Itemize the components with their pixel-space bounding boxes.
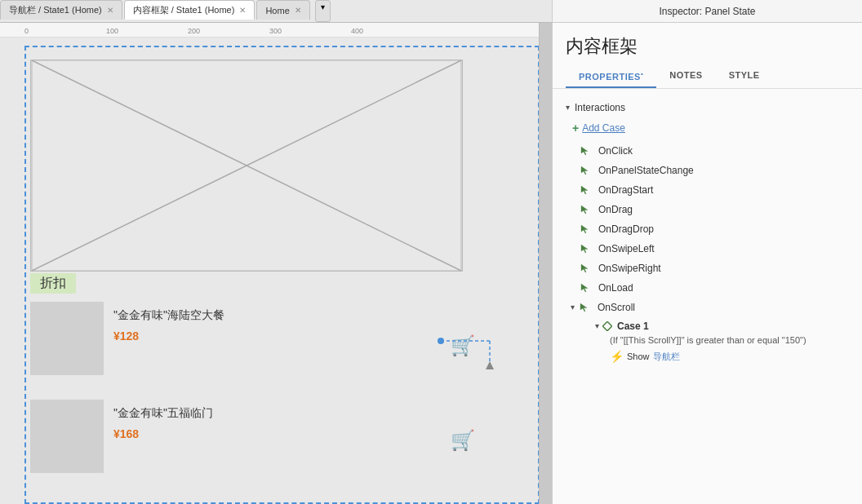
tab-properties[interactable]: PROPERTIES• <box>566 65 656 88</box>
tab-nav-close[interactable]: ✕ <box>107 6 113 15</box>
onDragStart-label: OnDragStart <box>598 184 653 196</box>
action-target: 导航栏 <box>653 351 680 363</box>
cursor-icon-onSwipeRight <box>579 262 592 275</box>
interaction-onDragStart[interactable]: OnDragStart <box>553 180 862 200</box>
product-price-2: ¥168 <box>113 427 213 440</box>
svg-rect-7 <box>602 321 611 330</box>
tab-style[interactable]: STYLE <box>716 65 773 88</box>
inspector-body: ▾ Interactions + Add Case OnClick <box>553 89 862 504</box>
panel-tabs: PROPERTIES• NOTES STYLE <box>553 65 862 89</box>
case1-action[interactable]: ⚡ Show 导航栏 <box>595 348 849 365</box>
interaction-onDrag[interactable]: OnDrag <box>553 200 862 219</box>
canvas-divider <box>539 23 552 504</box>
cart-icon-2[interactable]: 🛒 <box>451 429 475 452</box>
action-prefix: Show <box>627 351 650 361</box>
interactions-label: Interactions <box>575 102 625 113</box>
case1-expand-arrow: ▾ <box>595 321 599 330</box>
product-price-1: ¥128 <box>113 329 224 343</box>
cursor-icon-onPanelStateChange <box>579 164 592 177</box>
selected-frame-border: 折扣 "金金有味"海陆空大餐 ¥128 🛒 <box>24 46 540 504</box>
case-diamond-icon <box>602 321 612 331</box>
interaction-onClick[interactable]: OnClick <box>553 141 862 161</box>
interaction-onPanelStateChange[interactable]: OnPanelStateChange <box>553 161 862 180</box>
case1-header[interactable]: ▾ Case 1 <box>595 319 849 334</box>
product-info-1: "金金有味"海陆空大餐 ¥128 <box>104 302 224 343</box>
canvas-area: 0 100 200 300 400 折扣 <box>0 23 552 504</box>
inspector-header-title: Inspector: Panel State <box>552 0 862 23</box>
tab-home[interactable]: Home ✕ <box>256 0 309 20</box>
product-thumb-1 <box>30 302 104 375</box>
onPanelStateChange-label: OnPanelStateChange <box>598 165 694 176</box>
wireframe-image <box>30 60 463 272</box>
onSwipeLeft-label: OnSwipeLeft <box>598 243 655 254</box>
add-icon: + <box>572 122 579 135</box>
onScroll-expand-arrow: ▾ <box>571 303 575 312</box>
onclick-label: OnClick <box>598 145 633 157</box>
discount-label: 折扣 <box>30 273 76 294</box>
product-name-2: "金金有味"五福临门 <box>113 406 213 421</box>
tab-nav[interactable]: 导航栏 / State1 (Home) ✕ <box>0 0 122 20</box>
cursor-icon-onLoad <box>579 281 592 294</box>
connector-line <box>441 316 506 365</box>
product-name-1: "金金有味"海陆空大餐 <box>113 308 224 323</box>
tab-home-label: Home <box>265 6 289 15</box>
panel-title: 内容框架 <box>553 23 862 65</box>
onLoad-label: OnLoad <box>598 282 633 294</box>
right-panel: 内容框架 PROPERTIES• NOTES STYLE ▾ Interacti… <box>552 23 862 504</box>
product-item-1: "金金有味"海陆空大餐 ¥128 <box>30 302 471 375</box>
onDragDrop-label: OnDragDrop <box>598 223 654 235</box>
onDrag-label: OnDrag <box>598 204 633 215</box>
ruler-horizontal: 0 100 200 300 400 <box>0 23 552 38</box>
tab-overflow-button[interactable]: ▾ <box>315 0 331 22</box>
tab-home-close[interactable]: ✕ <box>295 6 301 15</box>
product-item-2: "金金有味"五福临门 ¥168 <box>30 400 471 473</box>
tab-content-close[interactable]: ✕ <box>239 6 246 15</box>
interaction-onSwipeLeft[interactable]: OnSwipeLeft <box>553 239 862 259</box>
svg-marker-6 <box>486 361 494 369</box>
interaction-onDragDrop[interactable]: OnDragDrop <box>553 219 862 239</box>
canvas-content: 折扣 "金金有味"海陆空大餐 ¥128 🛒 <box>0 38 552 504</box>
tab-notes[interactable]: NOTES <box>656 65 715 88</box>
cursor-icon-onDragDrop <box>579 223 592 236</box>
onScroll-row[interactable]: ▾ OnScroll <box>553 298 862 317</box>
interactions-section-header: ▾ Interactions <box>553 95 862 118</box>
svg-point-5 <box>438 338 444 344</box>
cursor-icon-onDragStart <box>579 183 592 197</box>
cursor-icon-onClick <box>579 144 592 157</box>
tab-content-label: 内容框架 / State1 (Home) <box>133 4 235 16</box>
cursor-icon-onScroll <box>578 301 591 314</box>
product-info-2: "金金有味"五福临门 ¥168 <box>104 400 213 440</box>
onScroll-label: OnScroll <box>598 302 635 313</box>
case1-label: Case 1 <box>617 321 649 332</box>
add-case-label: Add Case <box>582 122 625 134</box>
interaction-onLoad[interactable]: OnLoad <box>553 278 862 298</box>
onSwipeRight-label: OnSwipeRight <box>598 263 661 274</box>
tab-nav-label: 导航栏 / State1 (Home) <box>9 4 102 16</box>
tab-content[interactable]: 内容框架 / State1 (Home) ✕ <box>124 0 255 20</box>
cursor-icon-onDrag <box>579 203 592 216</box>
action-lightning-icon: ⚡ <box>610 350 624 363</box>
add-case-button[interactable]: + Add Case <box>553 118 862 141</box>
case1-section: ▾ Case 1 (If "[[This ScrollY]]" is great… <box>553 317 862 366</box>
cursor-icon-onSwipeLeft <box>579 242 592 255</box>
product-thumb-2 <box>30 400 104 473</box>
interaction-onSwipeRight[interactable]: OnSwipeRight <box>553 259 862 278</box>
case1-condition: (If "[[This ScrollY]]" is greater than o… <box>595 334 849 348</box>
interactions-chevron: ▾ <box>566 103 570 112</box>
